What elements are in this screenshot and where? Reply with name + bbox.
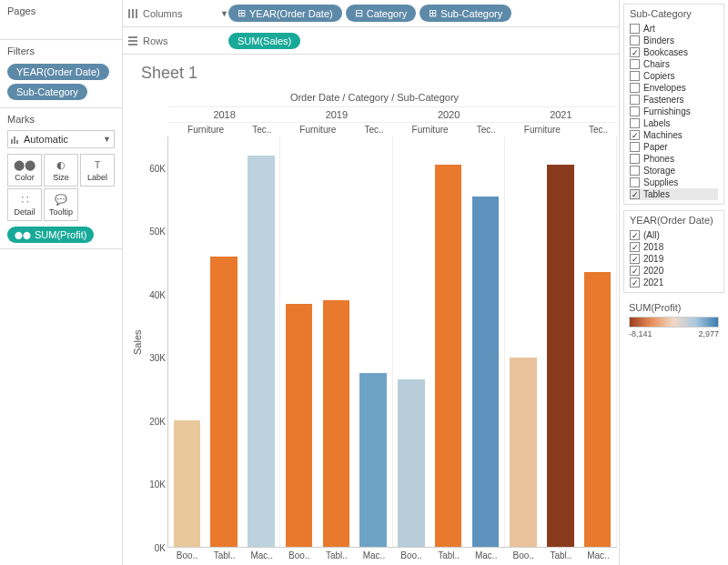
marks-label-button[interactable]: TLabel <box>80 154 115 187</box>
bar-slot[interactable] <box>393 136 430 547</box>
y-tick: 50K <box>149 227 166 237</box>
subcat-checkbox-row[interactable]: Supplies <box>630 177 718 188</box>
subcat-label: Binders <box>643 35 674 45</box>
checkbox-icon: ✓ <box>630 47 640 57</box>
subcat-label: Art <box>643 24 655 34</box>
row-pill-sales[interactable]: SUM(Sales) <box>228 33 300 49</box>
filter-pill-year[interactable]: YEAR(Order Date) <box>7 64 109 80</box>
year-filter-card[interactable]: YEAR(Order Date) ✓(All)✓2018✓2019✓2020✓2… <box>623 210 724 293</box>
bar[interactable] <box>472 197 499 547</box>
bar[interactable] <box>359 373 386 547</box>
x-label: Boo.. <box>280 548 318 563</box>
rows-shelf[interactable]: Rows SUM(Sales) <box>123 27 619 55</box>
x-label: Tabl.. <box>206 548 243 563</box>
subcat-checkbox-row[interactable]: Labels <box>630 117 718 129</box>
subcat-label: Fasteners <box>643 95 683 105</box>
cat-header: Furniture <box>505 122 580 136</box>
bar[interactable] <box>248 156 274 547</box>
bar-slot[interactable] <box>467 136 504 547</box>
bar-slot[interactable] <box>542 136 580 547</box>
marks-profit-pill[interactable]: ⬤⬤ SUM(Profit) <box>7 227 94 243</box>
col-pill-year[interactable]: ⊞YEAR(Order Date) <box>228 5 342 22</box>
subcat-filter-card[interactable]: Sub-Category ArtBinders✓BookcasesChairsC… <box>623 4 724 205</box>
bar[interactable] <box>435 165 461 547</box>
year-checkbox-row[interactable]: ✓2021 <box>630 277 718 288</box>
year-header: 2019 <box>280 106 392 122</box>
bar[interactable] <box>210 257 237 547</box>
subcat-checkbox-row[interactable]: ✓Bookcases <box>630 46 718 58</box>
subcat-checkbox-row[interactable]: Envelopes <box>630 82 718 94</box>
year-checkbox-row[interactable]: ✓(All) <box>630 229 718 241</box>
x-label: Mac.. <box>468 548 505 563</box>
legend-max: 2,977 <box>698 329 719 338</box>
pages-card: Pages <box>0 0 122 40</box>
marks-tooltip-button[interactable]: 💬Tooltip <box>44 188 78 221</box>
cat-header: Tec.. <box>355 122 392 136</box>
subcat-checkbox-row[interactable]: Chairs <box>630 58 718 70</box>
checkbox-icon: ✓ <box>630 130 640 140</box>
y-tick: 60K <box>149 163 166 173</box>
bar-slot[interactable] <box>280 136 318 547</box>
year-checkbox-row[interactable]: ✓2018 <box>630 241 718 253</box>
columns-shelf[interactable]: Columns ▼ ⊞YEAR(Order Date) ⊟Category ⊞S… <box>123 0 619 27</box>
bar-slot[interactable] <box>355 136 392 547</box>
subcat-checkbox-row[interactable]: Phones <box>630 153 718 165</box>
bar[interactable] <box>286 304 312 547</box>
checkbox-icon <box>630 106 640 116</box>
subcat-checkbox-row[interactable]: Furnishings <box>630 106 718 117</box>
year-label: 2021 <box>643 277 663 288</box>
checkbox-icon: ✓ <box>630 242 640 252</box>
y-axis-ticks: 0K10K20K30K40K50K60K <box>145 136 168 548</box>
year-checkbox-row[interactable]: ✓2019 <box>630 253 718 265</box>
checkbox-icon <box>630 95 640 105</box>
bar-slot[interactable] <box>430 136 467 547</box>
left-panel: Pages Filters YEAR(Order Date) Sub-Categ… <box>0 0 123 565</box>
subcat-checkbox-row[interactable]: Paper <box>630 141 718 153</box>
checkbox-icon: ✓ <box>630 189 640 199</box>
bar-slot[interactable] <box>206 136 243 547</box>
col-pill-category[interactable]: ⊟Category <box>346 5 417 22</box>
checkbox-icon: ✓ <box>630 277 640 288</box>
marks-tooltip-label: Tooltip <box>49 207 73 217</box>
year-label: 2018 <box>643 242 663 252</box>
subcat-label: Tables <box>643 189 670 199</box>
subcat-checkbox-row[interactable]: ✓Machines <box>630 129 718 141</box>
year-filter-title: YEAR(Order Date) <box>630 215 718 226</box>
y-tick: 0K <box>155 543 166 553</box>
subcat-label: Labels <box>643 118 670 128</box>
subcat-checkbox-row[interactable]: ✓Tables <box>630 188 718 200</box>
subcat-checkbox-row[interactable]: Binders <box>630 35 718 46</box>
bar-slot[interactable] <box>318 136 355 547</box>
subcat-checkbox-row[interactable]: Art <box>630 23 718 35</box>
bar-slot[interactable] <box>505 136 542 547</box>
bar-slot[interactable] <box>243 136 280 547</box>
bar[interactable] <box>323 300 349 547</box>
bar[interactable] <box>547 165 573 547</box>
subcat-checkbox-row[interactable]: Fasteners <box>630 94 718 106</box>
svg-rect-5 <box>136 9 137 18</box>
marks-detail-button[interactable]: ⸬Detail <box>7 188 42 221</box>
subcat-checkbox-row[interactable]: Copiers <box>630 70 718 82</box>
right-panel: Sub-Category ArtBinders✓BookcasesChairsC… <box>619 0 728 565</box>
bar[interactable] <box>510 358 536 547</box>
bar-slot[interactable] <box>168 136 206 547</box>
svg-rect-6 <box>128 36 137 38</box>
checkbox-icon <box>630 177 640 187</box>
filter-pill-subcat[interactable]: Sub-Category <box>7 84 87 100</box>
marks-type-dropdown[interactable]: Automatic ▼ <box>7 130 115 148</box>
marks-size-button[interactable]: ◐Size <box>44 154 78 187</box>
bar-slot[interactable] <box>579 136 616 547</box>
subcat-checkbox-row[interactable]: Storage <box>630 165 718 177</box>
bar[interactable] <box>174 420 200 547</box>
columns-label: Columns <box>143 8 182 19</box>
svg-rect-4 <box>132 9 134 18</box>
detail-icon: ⸬ <box>10 193 39 206</box>
bar[interactable] <box>584 272 611 547</box>
col-pill-subcategory[interactable]: ⊞Sub-Category <box>420 5 511 22</box>
cat-header: Furniture <box>168 122 243 136</box>
bar[interactable] <box>398 379 424 547</box>
marks-color-button[interactable]: ⬤⬤Color <box>7 154 42 187</box>
checkbox-icon <box>630 166 640 176</box>
subcat-label: Supplies <box>643 177 678 187</box>
year-checkbox-row[interactable]: ✓2020 <box>630 265 718 277</box>
